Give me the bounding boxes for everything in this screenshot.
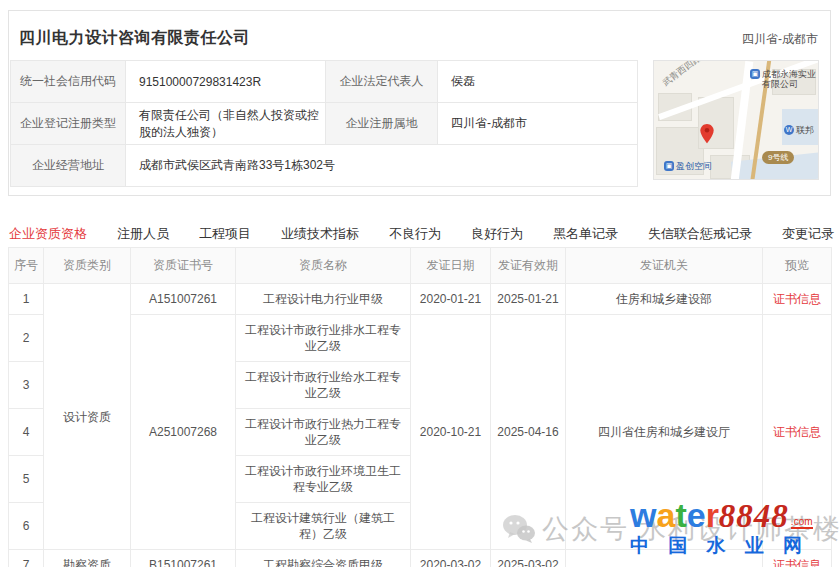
col-seq: 2 xyxy=(9,315,44,362)
info-label: 企业注册属地 xyxy=(326,103,438,145)
col-seq: 7 xyxy=(9,550,44,567)
col-category: 勘察资质 xyxy=(44,550,131,567)
col-qual-name: 工程设计电力行业甲级 xyxy=(236,284,411,315)
cert-info-link[interactable]: 证书信息 xyxy=(773,292,821,306)
page-title: 四川电力设计咨询有限责任公司 xyxy=(19,28,250,49)
info-label: 企业登记注册类型 xyxy=(11,103,126,145)
cert-info-link[interactable]: 证书信息 xyxy=(773,425,821,439)
table-row: 1设计资质A151007261工程设计电力行业甲级2020-01-212025-… xyxy=(9,284,832,315)
info-label: 企业经营地址 xyxy=(11,145,126,187)
company-region-label: 四川省-成都市 xyxy=(742,28,818,48)
col-preview: 证书信息 xyxy=(763,315,832,550)
col-qual-name: 工程设计建筑行业（建筑工程）乙级 xyxy=(236,503,411,550)
col-cert-no: A151007261 xyxy=(131,284,236,315)
column-header-valid-date: 发证有效期 xyxy=(491,248,566,284)
info-value: 91510000729831423R xyxy=(126,61,326,103)
col-seq: 4 xyxy=(9,409,44,456)
col-issue-date: 2020-10-21 xyxy=(411,315,491,550)
column-header-cert-no: 资质证书号 xyxy=(131,248,236,284)
info-value: 四川省-成都市 xyxy=(438,103,638,145)
col-seq: 1 xyxy=(9,284,44,315)
map-road-label: 武青西四路 xyxy=(660,60,704,89)
poi-icon: W xyxy=(784,125,794,135)
col-seq: 5 xyxy=(9,456,44,503)
map-thumbnail[interactable]: 武青西四路 ▣ 成都永海实业有限公司 W 联邦 ▣ 盈创空间 9号线 xyxy=(653,60,819,180)
col-qual-name: 工程设计市政行业热力工程专业乙级 xyxy=(236,409,411,456)
col-seq: 3 xyxy=(9,362,44,409)
company-info-table: 统一社会信用代码91510000729831423R企业法定代表人侯磊企业登记注… xyxy=(10,60,638,187)
col-preview: 证书信息 xyxy=(763,550,832,567)
col-issue-date: 2020-03-02 xyxy=(411,550,491,567)
info-value: 成都市武侯区武青南路33号1栋302号 xyxy=(126,145,638,187)
column-header-qual-name: 资质名称 xyxy=(236,248,411,284)
map-poi-company: ▣ 成都永海实业有限公司 xyxy=(750,69,816,90)
building-icon: ▣ xyxy=(750,69,760,79)
page: 四川电力设计咨询有限责任公司 四川省-成都市 统一社会信用代码915100007… xyxy=(0,0,839,567)
col-qual-name: 工程勘察综合资质甲级 xyxy=(236,550,411,567)
col-preview: 证书信息 xyxy=(763,284,832,315)
info-value: 有限责任公司（非自然人投资或控股的法人独资） xyxy=(126,103,326,145)
table-row: 7勘察资质B151007261工程勘察综合资质甲级2020-03-022025-… xyxy=(9,550,832,567)
col-qual-name: 工程设计市政行业给水工程专业乙级 xyxy=(236,362,411,409)
col-authority: 四川省住房和城乡建设厅 xyxy=(566,315,763,550)
table-row: 2A251007268工程设计市政行业排水工程专业乙级2020-10-21202… xyxy=(9,315,832,362)
column-header-authority: 发证机关 xyxy=(566,248,763,284)
col-valid-date: 2025-03-02 xyxy=(491,550,566,567)
col-cert-no: A251007268 xyxy=(131,315,236,550)
map-poi-yingchuang: ▣ 盈创空间 xyxy=(664,161,712,171)
info-label: 统一社会信用代码 xyxy=(11,61,126,103)
col-category: 设计资质 xyxy=(44,284,131,550)
column-header-seq: 序号 xyxy=(9,248,44,284)
column-header-preview: 预览 xyxy=(763,248,832,284)
col-valid-date: 2025-04-16 xyxy=(491,315,566,550)
company-header-card: 四川电力设计咨询有限责任公司 四川省-成都市 统一社会信用代码915100007… xyxy=(8,10,831,196)
metro-line-badge: 9号线 xyxy=(762,151,794,164)
column-header-issue-date: 发证日期 xyxy=(411,248,491,284)
col-seq: 6 xyxy=(9,503,44,550)
col-authority: 住房和城乡建设部 xyxy=(566,550,763,567)
map-pin-icon xyxy=(699,123,715,145)
col-cert-no: B151007261 xyxy=(131,550,236,567)
cert-info-link[interactable]: 证书信息 xyxy=(773,558,821,567)
qualification-table: 序号资质类别资质证书号资质名称发证日期发证有效期发证机关预览 1设计资质A151… xyxy=(8,247,832,567)
column-header-category: 资质类别 xyxy=(44,248,131,284)
building-icon: ▣ xyxy=(664,161,674,171)
info-value: 侯磊 xyxy=(438,61,638,103)
title-row: 四川电力设计咨询有限责任公司 四川省-成都市 xyxy=(9,11,830,58)
map-poi-lianbang: W 联邦 xyxy=(784,125,814,135)
col-authority: 住房和城乡建设部 xyxy=(566,284,763,315)
info-label: 企业法定代表人 xyxy=(326,61,438,103)
col-issue-date: 2020-01-21 xyxy=(411,284,491,315)
col-qual-name: 工程设计市政行业排水工程专业乙级 xyxy=(236,315,411,362)
col-qual-name: 工程设计市政行业环境卫生工程专业乙级 xyxy=(236,456,411,503)
col-valid-date: 2025-01-21 xyxy=(491,284,566,315)
header-body: 统一社会信用代码91510000729831423R企业法定代表人侯磊企业登记注… xyxy=(9,58,830,187)
